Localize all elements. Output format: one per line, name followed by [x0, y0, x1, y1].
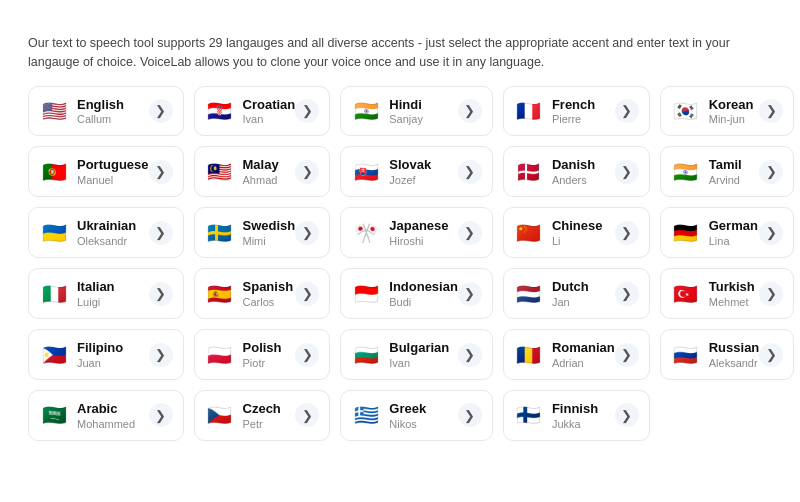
lang-voice: Juan: [77, 357, 123, 369]
lang-card-chinese[interactable]: 🇨🇳 Chinese Li ❯: [503, 207, 650, 258]
lang-info: Turkish Mehmet: [709, 279, 755, 308]
arrow-icon: ❯: [621, 408, 632, 423]
lang-card-polish[interactable]: 🇵🇱 Polish Piotr ❯: [194, 329, 331, 380]
flag-russian: 🇷🇺: [671, 344, 701, 366]
lang-info: Croatian Ivan: [243, 97, 296, 126]
lang-left: 🇫🇮 Finnish Jukka: [514, 401, 598, 430]
lang-name: Finnish: [552, 401, 598, 418]
lang-card-dutch[interactable]: 🇳🇱 Dutch Jan ❯: [503, 268, 650, 319]
lang-card-swedish[interactable]: 🇸🇪 Swedish Mimi ❯: [194, 207, 331, 258]
lang-card-french[interactable]: 🇫🇷 French Pierre ❯: [503, 86, 650, 137]
lang-card-english[interactable]: 🇺🇸 English Callum ❯: [28, 86, 184, 137]
lang-arrow-button[interactable]: ❯: [615, 403, 639, 427]
lang-left: 🇷🇴 Romanian Adrian: [514, 340, 615, 369]
lang-arrow-button[interactable]: ❯: [295, 99, 319, 123]
lang-name: Bulgarian: [389, 340, 449, 357]
lang-arrow-button[interactable]: ❯: [295, 403, 319, 427]
flag-chinese: 🇨🇳: [514, 222, 544, 244]
lang-card-czech[interactable]: 🇨🇿 Czech Petr ❯: [194, 390, 331, 441]
lang-left: 🇲🇾 Malay Ahmad: [205, 157, 279, 186]
lang-arrow-button[interactable]: ❯: [295, 160, 319, 184]
lang-arrow-button[interactable]: ❯: [458, 160, 482, 184]
lang-card-filipino[interactable]: 🇵🇭 Filipino Juan ❯: [28, 329, 184, 380]
lang-name: Czech: [243, 401, 281, 418]
lang-arrow-button[interactable]: ❯: [149, 221, 173, 245]
lang-info: Dutch Jan: [552, 279, 589, 308]
flag-czech: 🇨🇿: [205, 404, 235, 426]
lang-arrow-button[interactable]: ❯: [295, 282, 319, 306]
lang-card-russian[interactable]: 🇷🇺 Russian Aleksandr ❯: [660, 329, 795, 380]
arrow-icon: ❯: [302, 225, 313, 240]
lang-arrow-button[interactable]: ❯: [615, 99, 639, 123]
lang-card-korean[interactable]: 🇰🇷 Korean Min-jun ❯: [660, 86, 795, 137]
lang-card-finnish[interactable]: 🇫🇮 Finnish Jukka ❯: [503, 390, 650, 441]
lang-card-croatian[interactable]: 🇭🇷 Croatian Ivan ❯: [194, 86, 331, 137]
arrow-icon: ❯: [155, 164, 166, 179]
lang-info: Hindi Sanjay: [389, 97, 423, 126]
lang-name: Chinese: [552, 218, 603, 235]
lang-arrow-button[interactable]: ❯: [458, 282, 482, 306]
lang-arrow-button[interactable]: ❯: [149, 282, 173, 306]
flag-arabic: 🇸🇦: [39, 404, 69, 426]
lang-left: 🇭🇷 Croatian Ivan: [205, 97, 296, 126]
flag-greek: 🇬🇷: [351, 404, 381, 426]
lang-card-german[interactable]: 🇩🇪 German Lina ❯: [660, 207, 795, 258]
lang-arrow-button[interactable]: ❯: [759, 99, 783, 123]
lang-card-tamil[interactable]: 🇮🇳 Tamil Arvind ❯: [660, 146, 795, 197]
lang-arrow-button[interactable]: ❯: [615, 282, 639, 306]
lang-name: Arabic: [77, 401, 135, 418]
lang-card-ukrainian[interactable]: 🇺🇦 Ukrainian Oleksandr ❯: [28, 207, 184, 258]
arrow-icon: ❯: [155, 408, 166, 423]
lang-voice: Petr: [243, 418, 281, 430]
lang-card-japanese[interactable]: 🎌 Japanese Hiroshi ❯: [340, 207, 493, 258]
lang-arrow-button[interactable]: ❯: [615, 343, 639, 367]
lang-card-indonesian[interactable]: 🇮🇩 Indonesian Budi ❯: [340, 268, 493, 319]
flag-japanese: 🎌: [351, 222, 381, 244]
lang-arrow-button[interactable]: ❯: [759, 282, 783, 306]
lang-arrow-button[interactable]: ❯: [149, 99, 173, 123]
lang-card-hindi[interactable]: 🇮🇳 Hindi Sanjay ❯: [340, 86, 493, 137]
lang-arrow-button[interactable]: ❯: [149, 343, 173, 367]
lang-card-italian[interactable]: 🇮🇹 Italian Luigi ❯: [28, 268, 184, 319]
lang-info: English Callum: [77, 97, 124, 126]
lang-arrow-button[interactable]: ❯: [458, 221, 482, 245]
lang-arrow-button[interactable]: ❯: [458, 99, 482, 123]
lang-card-turkish[interactable]: 🇹🇷 Turkish Mehmet ❯: [660, 268, 795, 319]
lang-arrow-button[interactable]: ❯: [458, 343, 482, 367]
lang-card-slovak[interactable]: 🇸🇰 Slovak Jozef ❯: [340, 146, 493, 197]
lang-info: French Pierre: [552, 97, 595, 126]
lang-card-greek[interactable]: 🇬🇷 Greek Nikos ❯: [340, 390, 493, 441]
lang-arrow-button[interactable]: ❯: [759, 160, 783, 184]
lang-card-danish[interactable]: 🇩🇰 Danish Anders ❯: [503, 146, 650, 197]
lang-card-portuguese[interactable]: 🇵🇹 Portuguese Manuel ❯: [28, 146, 184, 197]
lang-arrow-button[interactable]: ❯: [759, 343, 783, 367]
lang-card-arabic[interactable]: 🇸🇦 Arabic Mohammed ❯: [28, 390, 184, 441]
lang-arrow-button[interactable]: ❯: [615, 221, 639, 245]
lang-name: Greek: [389, 401, 426, 418]
lang-card-bulgarian[interactable]: 🇧🇬 Bulgarian Ivan ❯: [340, 329, 493, 380]
lang-name: German: [709, 218, 758, 235]
lang-left: 🇨🇿 Czech Petr: [205, 401, 281, 430]
lang-arrow-button[interactable]: ❯: [295, 221, 319, 245]
lang-card-romanian[interactable]: 🇷🇴 Romanian Adrian ❯: [503, 329, 650, 380]
flag-bulgarian: 🇧🇬: [351, 344, 381, 366]
flag-swedish: 🇸🇪: [205, 222, 235, 244]
arrow-icon: ❯: [464, 347, 475, 362]
lang-voice: Hiroshi: [389, 235, 448, 247]
lang-arrow-button[interactable]: ❯: [458, 403, 482, 427]
lang-arrow-button[interactable]: ❯: [149, 403, 173, 427]
lang-voice: Min-jun: [709, 113, 754, 125]
lang-arrow-button[interactable]: ❯: [759, 221, 783, 245]
lang-arrow-button[interactable]: ❯: [295, 343, 319, 367]
arrow-icon: ❯: [302, 347, 313, 362]
lang-info: Arabic Mohammed: [77, 401, 135, 430]
lang-voice: Jan: [552, 296, 589, 308]
lang-voice: Li: [552, 235, 603, 247]
lang-name: Spanish: [243, 279, 294, 296]
flag-german: 🇩🇪: [671, 222, 701, 244]
lang-card-malay[interactable]: 🇲🇾 Malay Ahmad ❯: [194, 146, 331, 197]
lang-left: 🇫🇷 French Pierre: [514, 97, 595, 126]
lang-card-spanish[interactable]: 🇪🇸 Spanish Carlos ❯: [194, 268, 331, 319]
lang-arrow-button[interactable]: ❯: [149, 160, 173, 184]
lang-arrow-button[interactable]: ❯: [615, 160, 639, 184]
